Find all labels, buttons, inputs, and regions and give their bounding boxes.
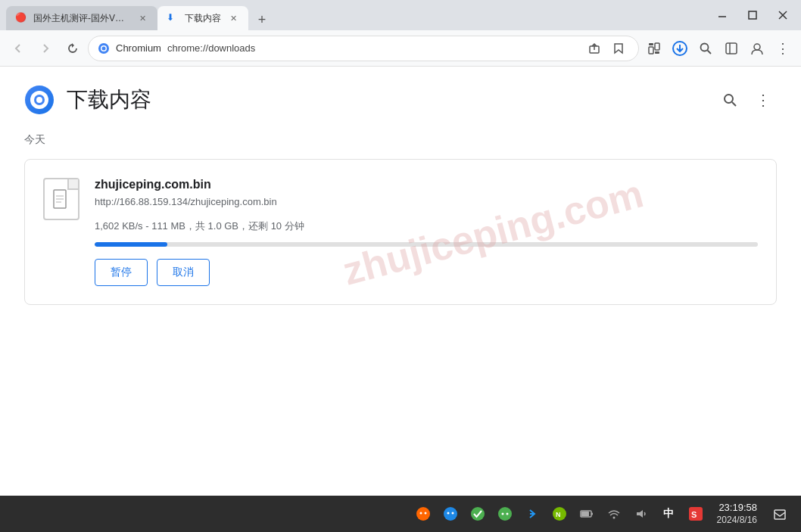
address-brand-label: Chromium bbox=[116, 42, 161, 54]
file-document-icon bbox=[52, 188, 70, 210]
more-actions-button[interactable]: ⋮ bbox=[750, 86, 777, 114]
svg-point-41 bbox=[506, 513, 508, 515]
pause-button[interactable]: 暂停 bbox=[95, 259, 148, 286]
svg-point-26 bbox=[725, 95, 733, 103]
download-info: zhujiceping.com.bin http://166.88.159.13… bbox=[95, 178, 758, 286]
downloads-header: 下载内容 ⋮ bbox=[24, 85, 777, 115]
svg-point-47 bbox=[612, 517, 615, 519]
chromium-logo-icon bbox=[24, 85, 55, 115]
notification-button[interactable] bbox=[768, 502, 792, 526]
svg-point-36 bbox=[447, 512, 449, 515]
svg-rect-46 bbox=[581, 512, 589, 516]
svg-rect-12 bbox=[655, 43, 659, 50]
progress-bar bbox=[95, 242, 758, 247]
taskbar-icon-1[interactable] bbox=[413, 503, 434, 524]
file-icon bbox=[43, 178, 79, 220]
svg-point-7 bbox=[102, 46, 106, 50]
svg-point-39 bbox=[498, 507, 512, 521]
clock-area[interactable]: 23:19:58 2024/8/16 bbox=[712, 500, 762, 527]
address-bar[interactable]: Chromium chrome://downloads bbox=[88, 36, 639, 61]
cancel-button[interactable]: 取消 bbox=[157, 259, 210, 286]
taskbar-icon-sogou[interactable]: S bbox=[685, 503, 706, 524]
svg-point-35 bbox=[444, 507, 457, 521]
toolbar-right: ⋮ bbox=[642, 36, 795, 61]
taskbar-icon-wechat[interactable] bbox=[494, 503, 516, 524]
taskbar: N 中 S 23:19:58 2024/8/16 bbox=[0, 496, 801, 532]
profile-icon-button[interactable] bbox=[745, 36, 769, 61]
menu-button[interactable]: ⋮ bbox=[771, 36, 795, 61]
navigation-bar: Chromium chrome://downloads bbox=[0, 30, 801, 67]
tab-group: 🔴 国外主机测评-国外VPS、国... ✕ ⬇ 下载内容 ✕ + bbox=[6, 0, 704, 30]
search-icon-button[interactable] bbox=[693, 36, 718, 61]
tab2-close[interactable]: ✕ bbox=[227, 12, 239, 24]
minimize-button[interactable] bbox=[710, 3, 734, 27]
tab2-favicon: ⬇ bbox=[167, 12, 179, 24]
svg-point-38 bbox=[471, 507, 485, 521]
tab-active[interactable]: ⬇ 下载内容 ✕ bbox=[157, 6, 248, 30]
title-bar: 🔴 国外主机测评-国外VPS、国... ✕ ⬇ 下载内容 ✕ + bbox=[0, 0, 801, 30]
svg-line-27 bbox=[732, 102, 736, 106]
svg-rect-13 bbox=[649, 43, 653, 45]
svg-rect-1 bbox=[749, 11, 756, 19]
address-url-text: chrome://downloads bbox=[167, 42, 578, 54]
svg-marker-4 bbox=[72, 43, 74, 48]
svg-rect-51 bbox=[775, 510, 785, 519]
taskbar-icon-wifi[interactable] bbox=[603, 503, 625, 524]
reload-button[interactable] bbox=[61, 36, 85, 61]
window-controls bbox=[710, 3, 795, 27]
svg-point-21 bbox=[754, 44, 760, 50]
address-favicon bbox=[98, 42, 110, 54]
svg-line-18 bbox=[708, 50, 712, 54]
progress-fill bbox=[95, 242, 167, 247]
bookmark-icon-button[interactable] bbox=[608, 38, 629, 59]
download-filename: zhujiceping.com.bin bbox=[95, 178, 758, 191]
svg-marker-10 bbox=[615, 44, 622, 53]
forward-button[interactable] bbox=[33, 36, 58, 61]
download-icon-button[interactable] bbox=[668, 36, 692, 61]
svg-rect-11 bbox=[649, 47, 653, 54]
new-tab-button[interactable]: + bbox=[251, 9, 273, 30]
taskbar-icon-volume[interactable] bbox=[631, 503, 652, 524]
page-title: 下载内容 bbox=[67, 86, 151, 114]
extension-icon-button[interactable] bbox=[642, 36, 666, 61]
address-icon-group bbox=[584, 38, 629, 59]
tab1-title: 国外主机测评-国外VPS、国... bbox=[33, 12, 130, 25]
svg-point-40 bbox=[501, 513, 503, 515]
taskbar-icon-battery[interactable] bbox=[576, 503, 597, 524]
svg-rect-19 bbox=[726, 43, 737, 54]
clock-date: 2024/8/16 bbox=[717, 515, 757, 527]
tab2-title: 下载内容 bbox=[185, 12, 221, 25]
svg-text:S: S bbox=[691, 510, 697, 519]
taskbar-icon-nvidia[interactable]: N bbox=[549, 503, 570, 524]
tab1-close[interactable]: ✕ bbox=[136, 12, 148, 24]
search-downloads-button[interactable] bbox=[716, 86, 743, 114]
svg-point-34 bbox=[424, 512, 426, 515]
taskbar-icon-bluetooth[interactable] bbox=[522, 503, 543, 524]
download-actions: 暂停 取消 bbox=[95, 259, 758, 286]
maximize-button[interactable] bbox=[740, 3, 765, 27]
svg-marker-48 bbox=[637, 510, 643, 518]
sidebar-toggle-button[interactable] bbox=[719, 36, 743, 61]
taskbar-icon-2[interactable] bbox=[440, 503, 461, 524]
svg-text:N: N bbox=[556, 511, 561, 518]
tab1-favicon: 🔴 bbox=[15, 12, 27, 24]
svg-point-17 bbox=[701, 43, 709, 51]
svg-point-25 bbox=[36, 97, 42, 103]
download-card-container: zhujiceping.com zhujiceping.com.bin http… bbox=[24, 159, 777, 305]
download-status: 1,602 KB/s - 111 MB，共 1.0 GB，还剩 10 分钟 bbox=[95, 219, 758, 233]
download-url: http://166.88.159.134/zhujiceping.com.bi… bbox=[95, 196, 758, 207]
svg-rect-14 bbox=[655, 51, 659, 54]
back-button[interactable] bbox=[6, 36, 30, 61]
close-button[interactable] bbox=[771, 3, 795, 27]
page-content: 下载内容 ⋮ 今天 zhujiceping.com bbox=[0, 67, 801, 496]
share-icon-button[interactable] bbox=[584, 38, 605, 59]
header-actions: ⋮ bbox=[716, 86, 777, 114]
download-card: zhujiceping.com.bin http://166.88.159.13… bbox=[24, 159, 777, 305]
tab-inactive[interactable]: 🔴 国外主机测评-国外VPS、国... ✕ bbox=[6, 6, 157, 30]
svg-point-32 bbox=[416, 507, 430, 521]
taskbar-icon-check[interactable] bbox=[467, 503, 488, 524]
taskbar-icon-ime[interactable]: 中 bbox=[658, 503, 679, 524]
svg-point-33 bbox=[419, 512, 422, 515]
clock-time: 23:19:58 bbox=[718, 502, 757, 515]
section-today-label: 今天 bbox=[24, 133, 777, 147]
